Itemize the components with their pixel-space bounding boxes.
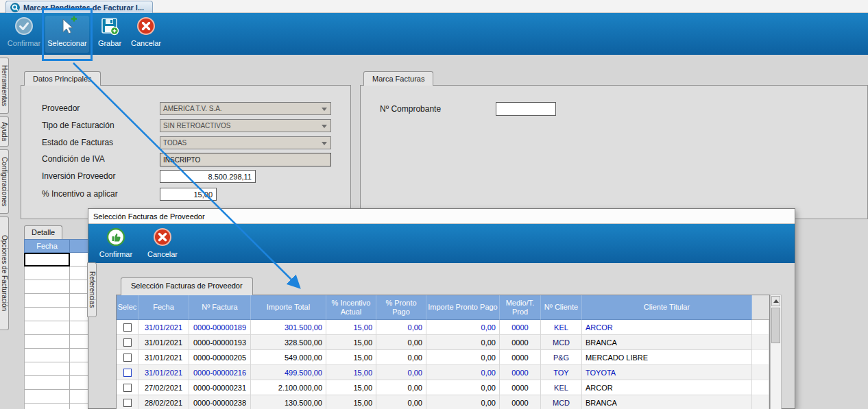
row-checkbox[interactable] [123,369,132,377]
tab-referencias[interactable]: Referencias [87,262,97,317]
dialog-confirmar-button[interactable]: Confirmar [97,227,135,264]
confirmar-label: Confirmar [8,39,40,47]
detalle-header-partial [70,239,89,253]
invoice-row[interactable]: 31/01/2021 0000-00000205 549.000,00 15,0… [117,350,769,365]
seleccionar-label: Seleccionar [47,39,86,47]
row-checkbox[interactable] [123,399,132,407]
inversion-proveedor-label: Inversión Proveedor [42,171,115,181]
cell-pronto-pago: 0,00 [376,365,426,380]
condicion-iva-field[interactable]: INSCRIPTO [160,153,331,166]
tipo-facturacion-dropdown[interactable]: SIN RETROACTIVOS [160,119,331,132]
row-checkbox[interactable] [123,384,132,392]
cell-incentivo: 15,00 [326,380,376,395]
cell-cliente: MCD [541,335,582,350]
tab-label: Selección Facturas de Proveedor [131,282,243,290]
cell-medio: 0000 [500,335,541,350]
incentivo-aplicar-field[interactable] [160,188,217,201]
detalle-row [24,362,89,376]
cell-incentivo: 15,00 [326,320,376,335]
col-pronto-pago[interactable]: % Pronto Pago [376,295,426,320]
cell-importe-pronto: 0,00 [426,350,500,365]
cell-importe-pronto: 0,00 [426,395,500,409]
detalle-row [24,308,89,321]
col-cliente-titular[interactable]: Cliente Titular [582,295,752,320]
tab-seleccion-facturas[interactable]: Selección Facturas de Proveedor [121,277,253,295]
invoice-row[interactable]: 27/02/2021 0000-00000231 2.100.000,00 15… [117,380,769,395]
cell-importe-pronto: 0,00 [426,335,500,350]
col-factura[interactable]: Nº Factura [189,295,251,320]
sidebar-tab-label: Ayuda [1,122,8,141]
cell-importe-total: 549.000,00 [251,350,326,365]
cell-factura: 0000-00000205 [189,350,251,365]
cell-titular: BRANCA [582,395,752,409]
detalle-row [24,294,89,308]
col-n-cliente[interactable]: Nº Cliente [541,295,582,320]
cancelar-button[interactable]: Cancelar [129,16,163,53]
main-toolbar: Confirmar Seleccionar Grabar Cancelar [0,13,868,55]
row-checkbox[interactable] [123,354,132,362]
cell-incentivo: 15,00 [326,335,376,350]
cell-importe-pronto: 0,00 [426,320,500,335]
grabar-label: Grabar [98,39,121,47]
detalle-row [24,280,89,294]
cell-cliente: KEL [541,320,582,335]
tipo-facturacion-value: SIN RETROACTIVOS [163,122,230,129]
tab-label: Referencias [88,271,96,308]
estado-facturas-value: TODAS [163,139,186,147]
cell-factura: 0000-00000231 [189,380,251,395]
sidebar-tab-label: Configuraciones [1,157,8,206]
sidebar-tab-ayuda[interactable]: Ayuda [0,116,9,147]
tab-datos-principales[interactable]: Datos Principales [24,71,101,86]
facturas-grid: Selec Fecha Nº Factura Importe Total % I… [116,295,770,409]
col-incentivo-actual[interactable]: % Incentivo Actual [326,295,376,320]
dialog-cancelar-button[interactable]: Cancelar [145,227,180,264]
invoice-row[interactable]: 31/01/2021 0000-00000189 301.500,00 15,0… [117,320,769,335]
window-tab[interactable]: Marcar Pendientes de Facturar I... [5,1,153,13]
sidebar-tab-opciones-facturacion[interactable]: Opciones de Facturación [0,216,9,330]
confirmar-button[interactable]: Confirmar [5,16,43,53]
cell-titular: TOYOTA [582,365,752,380]
scrollbar-thumb[interactable] [771,308,780,343]
cancel-x-icon [152,227,173,249]
inversion-proveedor-field[interactable] [160,170,256,183]
seleccionar-button[interactable]: Seleccionar [45,16,89,53]
cell-fecha: 31/01/2021 [138,365,189,380]
cell-pronto-pago: 0,00 [376,380,426,395]
save-disk-icon [99,16,120,38]
invoice-row[interactable]: 31/01/2021 0000-00000216 499.500,00 15,0… [117,365,769,380]
marca-facturas-panel: Nº Comprobante [360,85,868,219]
estado-facturas-dropdown[interactable]: TODAS [160,136,331,149]
comprobante-input[interactable] [496,102,556,116]
detalle-header-row: Fecha [24,239,89,253]
cell-medio: 0000 [500,365,541,380]
window-tab-bar: Marcar Pendientes de Facturar I... [0,0,868,13]
invoice-row[interactable]: 28/02/2021 0000-00000238 130.500,00 15,0… [117,395,769,409]
cell-factura: 0000-00000193 [189,335,251,350]
cell-fecha: 31/01/2021 [138,320,189,335]
cell-importe-pronto: 0,00 [426,380,500,395]
col-selec[interactable]: Selec [117,295,138,320]
cell-importe-pronto: 0,00 [426,365,500,380]
detalle-row [24,390,89,404]
detalle-header-fecha: Fecha [24,239,70,253]
grabar-button[interactable]: Grabar [95,16,125,53]
detalle-focused-cell[interactable] [24,253,70,267]
col-medio-tprod[interactable]: Medio/T. Prod [500,295,541,320]
tab-detalle[interactable]: Detalle [24,225,62,239]
sidebar-tab-configuraciones[interactable]: Configuraciones [0,149,9,214]
col-importe-pronto-pago[interactable]: Importe Pronto Pago [426,295,500,320]
proveedor-dropdown[interactable]: AMERICA T.V. S.A. [160,102,331,115]
sidebar-tab-herramientas[interactable]: Herramientas [0,58,9,114]
dialog-cancelar-label: Cancelar [147,250,178,258]
row-checkbox[interactable] [123,323,132,332]
tab-marca-facturas[interactable]: Marca Facturas [363,71,433,86]
datos-principales-panel: Proveedor AMERICA T.V. S.A. Tipo de Fact… [21,85,351,219]
window-tab-title: Marcar Pendientes de Facturar I... [23,3,144,12]
invoice-row[interactable]: 31/01/2021 0000-00000193 328.500,00 15,0… [117,335,769,350]
col-fecha[interactable]: Fecha [138,295,189,320]
row-checkbox[interactable] [123,338,132,347]
scroll-up-arrow-icon[interactable] [771,296,780,306]
col-importe-total[interactable]: Importe Total [251,295,326,320]
comprobante-label: Nº Comprobante [380,104,441,114]
vertical-scrollbar[interactable] [770,295,782,409]
